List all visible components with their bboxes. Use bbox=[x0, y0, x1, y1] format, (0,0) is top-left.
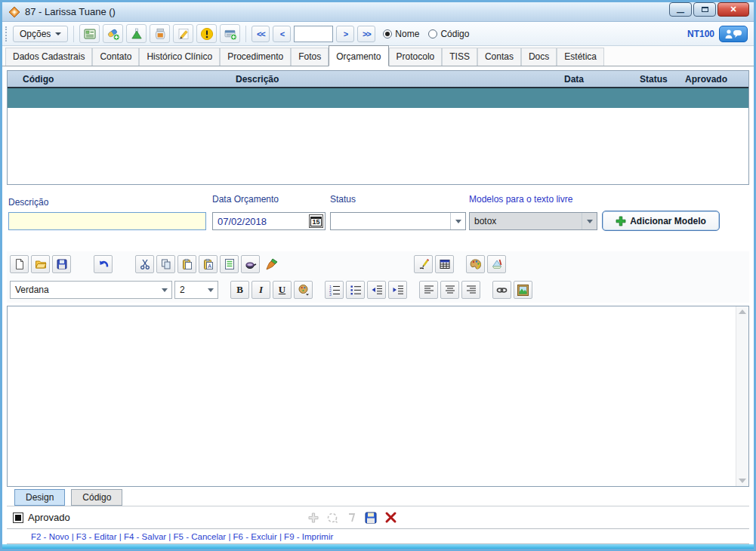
data-orcamento-field[interactable]: 07/02/2018 15 bbox=[212, 212, 326, 230]
edit-pencil-button[interactable] bbox=[173, 24, 193, 43]
open-button[interactable] bbox=[31, 255, 50, 273]
svg-text:3: 3 bbox=[329, 292, 332, 297]
column-header-status[interactable]: Status bbox=[637, 71, 682, 87]
tab-historico-clinico[interactable]: Histórico Clínico bbox=[139, 48, 220, 66]
paste-special-icon: A bbox=[202, 258, 214, 270]
radio-codigo[interactable]: Código bbox=[428, 29, 469, 39]
nav-next-button[interactable]: > bbox=[336, 26, 354, 42]
tab-estetica[interactable]: Estética bbox=[557, 48, 604, 66]
calendar-button[interactable]: 15 bbox=[309, 214, 323, 228]
adicionar-modelo-button[interactable]: Adicionar Modelo bbox=[602, 211, 720, 231]
radio-selected-icon bbox=[383, 29, 392, 38]
paste-special-button[interactable]: A bbox=[199, 255, 218, 273]
cut-button[interactable] bbox=[135, 255, 154, 273]
save-button[interactable] bbox=[52, 255, 71, 273]
undo-button[interactable] bbox=[94, 255, 113, 273]
tab-tiss[interactable]: TISS bbox=[442, 48, 477, 66]
palette-button[interactable] bbox=[466, 255, 485, 273]
column-header-aprovado[interactable]: Aprovado bbox=[682, 71, 748, 87]
bullet-list-button[interactable] bbox=[346, 281, 365, 299]
table-row[interactable] bbox=[8, 88, 748, 108]
tab-dados-cadastrais[interactable]: Dados Cadastrais bbox=[5, 48, 92, 66]
align-center-button[interactable] bbox=[440, 281, 459, 299]
column-header-codigo[interactable]: Código bbox=[8, 71, 233, 87]
modelos-select[interactable]: botox bbox=[469, 212, 597, 230]
tab-orcamento[interactable]: Orçamento bbox=[329, 45, 388, 66]
align-right-button[interactable] bbox=[461, 281, 480, 299]
patient-record-button[interactable] bbox=[79, 24, 100, 43]
alert-icon bbox=[200, 27, 214, 41]
align-right-icon bbox=[465, 284, 477, 296]
italic-button[interactable]: I bbox=[251, 281, 270, 299]
confirm-icon[interactable] bbox=[347, 512, 357, 524]
medications-icon bbox=[106, 27, 120, 41]
caption-buttons: — ✕ bbox=[669, 2, 749, 17]
status-select[interactable] bbox=[330, 212, 466, 230]
products-jar-button[interactable] bbox=[150, 24, 170, 43]
exam-flask-button[interactable] bbox=[126, 24, 147, 43]
view-tab-design[interactable]: Design bbox=[14, 489, 65, 506]
nav-prev-button[interactable]: < bbox=[273, 26, 291, 42]
paste-button[interactable] bbox=[177, 255, 196, 273]
insert-table-button[interactable] bbox=[435, 255, 454, 273]
font-family-select[interactable]: Verdana bbox=[10, 281, 172, 299]
toolbar-separator bbox=[245, 26, 246, 42]
outdent-button[interactable] bbox=[367, 281, 386, 299]
tab-contas[interactable]: Contas bbox=[477, 48, 521, 66]
tab-protocolo[interactable]: Protocolo bbox=[389, 48, 443, 66]
tab-contato[interactable]: Contato bbox=[92, 48, 139, 66]
insert-lines-button[interactable] bbox=[220, 255, 239, 273]
font-size-select[interactable]: 2 bbox=[174, 281, 218, 299]
record-search-input[interactable] bbox=[294, 26, 333, 42]
page-format-button[interactable] bbox=[487, 255, 506, 273]
column-header-data[interactable]: Data bbox=[561, 71, 637, 87]
save-icon bbox=[56, 258, 68, 270]
view-tab-codigo[interactable]: Código bbox=[71, 489, 122, 506]
aprovado-label: Aprovado bbox=[28, 512, 70, 523]
plus-icon bbox=[616, 216, 626, 226]
bold-button[interactable]: B bbox=[230, 281, 249, 299]
indent-icon bbox=[392, 284, 404, 296]
toolbar-grip bbox=[5, 26, 8, 42]
medications-button[interactable] bbox=[103, 24, 123, 43]
editor-scrollbar[interactable] bbox=[736, 306, 748, 486]
descricao-input[interactable] bbox=[8, 212, 206, 230]
editor-content[interactable] bbox=[8, 306, 736, 486]
align-left-button[interactable] bbox=[419, 281, 438, 299]
add-record-button[interactable] bbox=[220, 24, 240, 43]
paint-can-button[interactable] bbox=[241, 255, 260, 273]
hyperlink-button[interactable] bbox=[492, 281, 511, 299]
scroll-down-icon[interactable] bbox=[739, 479, 746, 483]
insert-lines-icon bbox=[224, 258, 236, 270]
options-button[interactable]: Opções bbox=[13, 26, 68, 42]
radio-nome[interactable]: Nome bbox=[383, 29, 419, 39]
brush-button[interactable] bbox=[262, 255, 281, 273]
close-button[interactable]: ✕ bbox=[717, 2, 749, 17]
add-icon[interactable] bbox=[307, 512, 319, 524]
aprovado-checkbox[interactable] bbox=[13, 513, 23, 523]
tab-docs[interactable]: Docs bbox=[521, 48, 557, 66]
calendar-icon: 15 bbox=[310, 217, 321, 226]
nav-last-button[interactable]: >> bbox=[357, 26, 375, 42]
nav-first-button[interactable]: << bbox=[251, 26, 270, 42]
font-color-button[interactable] bbox=[294, 281, 313, 299]
edit-icon[interactable] bbox=[326, 512, 340, 524]
indent-button[interactable] bbox=[388, 281, 407, 299]
column-header-descricao[interactable]: Descrição bbox=[233, 71, 561, 87]
delete-icon[interactable] bbox=[384, 511, 397, 524]
maximize-button[interactable] bbox=[693, 2, 716, 17]
tab-procedimento[interactable]: Procedimento bbox=[220, 48, 291, 66]
tab-fotos[interactable]: Fotos bbox=[291, 48, 329, 66]
scroll-up-icon[interactable] bbox=[739, 309, 746, 314]
new-document-button[interactable] bbox=[10, 255, 29, 273]
minimize-button[interactable]: — bbox=[669, 2, 692, 17]
alert-button[interactable] bbox=[196, 24, 217, 43]
numbered-list-button[interactable]: 1 2 3 bbox=[325, 281, 344, 299]
underline-button[interactable]: U bbox=[273, 281, 292, 299]
chat-button[interactable] bbox=[719, 26, 748, 42]
minimize-icon: — bbox=[677, 8, 684, 17]
copy-button[interactable] bbox=[156, 255, 175, 273]
save-disk-icon[interactable] bbox=[364, 511, 378, 525]
insert-image-button[interactable] bbox=[514, 281, 532, 299]
signature-pen-button[interactable] bbox=[414, 255, 433, 273]
